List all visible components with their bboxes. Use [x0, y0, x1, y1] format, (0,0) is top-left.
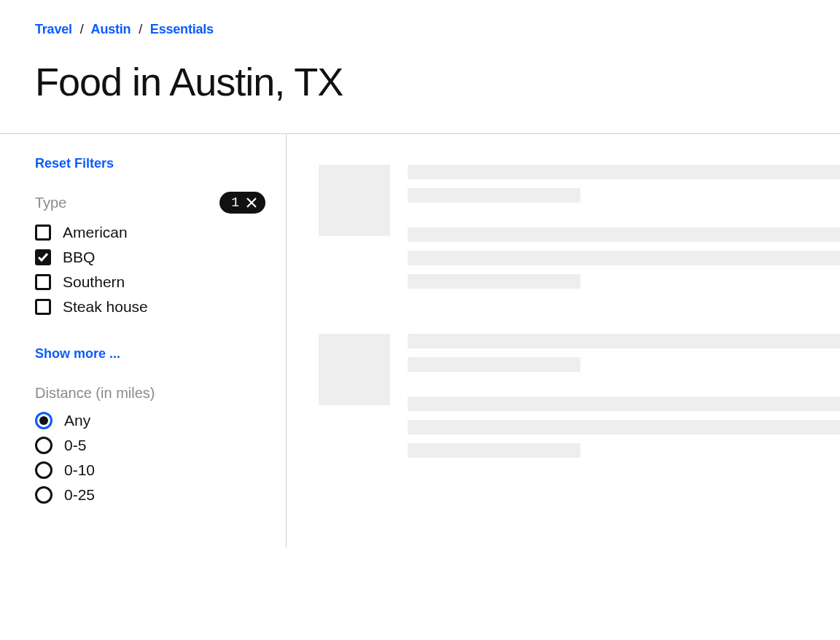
type-filter-list: American BBQ Southern Steak house — [35, 224, 265, 316]
skeleton-line — [408, 227, 840, 242]
torn-edge-decoration — [0, 614, 840, 640]
option-label: BBQ — [63, 249, 95, 266]
show-more-link[interactable]: Show more ... — [35, 346, 120, 362]
skeleton-line — [408, 274, 580, 289]
breadcrumb-separator: / — [80, 22, 84, 36]
checkbox-icon — [35, 299, 51, 315]
results-area — [287, 134, 840, 547]
option-label: Southern — [63, 273, 125, 291]
option-label: Steak house — [63, 298, 148, 316]
checkbox-checked-icon — [35, 249, 51, 265]
reset-filters-link[interactable]: Reset Filters — [35, 156, 114, 171]
distance-option-any[interactable]: Any — [35, 412, 265, 429]
distance-option-0-10[interactable]: 0-10 — [35, 461, 265, 479]
radio-icon — [35, 461, 52, 479]
distance-option-0-25[interactable]: 0-25 — [35, 486, 265, 504]
radio-selected-icon — [35, 412, 52, 429]
breadcrumb-separator: / — [139, 22, 142, 36]
type-option-southern[interactable]: Southern — [35, 273, 265, 291]
breadcrumb-travel[interactable]: Travel — [35, 22, 72, 36]
breadcrumb-austin[interactable]: Austin — [91, 22, 131, 36]
type-option-steak-house[interactable]: Steak house — [35, 298, 265, 316]
skeleton-line — [408, 251, 840, 265]
checkbox-icon — [35, 274, 51, 290]
result-thumbnail-placeholder — [319, 165, 390, 236]
option-label: 0-10 — [64, 461, 95, 479]
chip-count: 1 — [231, 195, 239, 210]
skeleton-line — [408, 188, 580, 203]
option-label: 0-5 — [64, 437, 86, 454]
type-option-bbq[interactable]: BBQ — [35, 249, 265, 266]
option-label: American — [63, 224, 128, 241]
skeleton-line — [408, 420, 840, 434]
filter-heading-type: Type — [35, 195, 66, 211]
active-filter-chip[interactable]: 1 — [219, 192, 265, 214]
radio-icon — [35, 437, 52, 454]
type-option-american[interactable]: American — [35, 224, 265, 241]
skeleton-line — [408, 165, 840, 179]
filter-heading-distance: Distance (in miles) — [35, 385, 265, 402]
skeleton-line — [408, 357, 580, 372]
breadcrumb-essentials[interactable]: Essentials — [150, 22, 214, 36]
filter-sidebar: Reset Filters Type 1 American BBQ — [0, 134, 287, 547]
option-label: 0-25 — [64, 486, 95, 504]
radio-icon — [35, 486, 52, 504]
close-icon — [246, 198, 257, 208]
result-thumbnail-placeholder — [319, 334, 390, 405]
skeleton-line — [408, 397, 840, 411]
option-label: Any — [64, 412, 90, 429]
skeleton-line — [408, 334, 840, 348]
breadcrumb: Travel / Austin / Essentials — [35, 22, 805, 37]
distance-filter-list: Any 0-5 0-10 0-25 — [35, 412, 265, 504]
result-card — [319, 334, 840, 467]
checkbox-icon — [35, 225, 51, 241]
result-card — [319, 165, 840, 297]
svg-marker-2 — [0, 614, 840, 640]
distance-option-0-5[interactable]: 0-5 — [35, 437, 265, 454]
page-title: Food in Austin, TX — [35, 59, 805, 104]
skeleton-line — [408, 443, 580, 458]
